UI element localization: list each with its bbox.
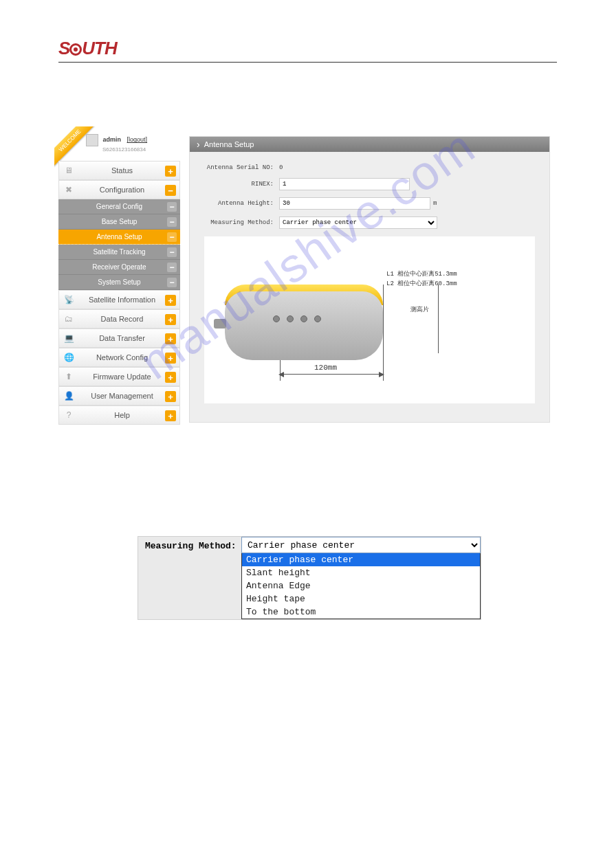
measuring-method-detail: Measuring Method: Carrier phase center C… <box>138 536 481 620</box>
dim-line <box>438 285 439 353</box>
sidebar-item-label: Data Transfer <box>78 334 179 342</box>
expand-icon[interactable]: + <box>165 166 176 177</box>
option-antenna-edge[interactable]: Antenna Edge <box>242 579 480 592</box>
minus-icon: − <box>167 232 177 242</box>
expand-icon[interactable]: + <box>165 372 176 383</box>
expand-icon[interactable]: + <box>165 391 176 402</box>
device-body <box>225 291 383 360</box>
diagram-dim-text: 120mm <box>314 364 337 372</box>
unit-antenna-height: m <box>433 200 437 207</box>
app-screenshot: WELCOME admin [logout] S6263123166834 🖥 … <box>58 131 553 426</box>
record-icon: 🗂 <box>59 314 78 324</box>
sidebar-item-label: Network Config <box>78 353 179 361</box>
sidebar-item-label: Configuration <box>78 186 179 194</box>
sidebar-item-user-management[interactable]: 👤 User Management + <box>58 386 180 405</box>
subitem-label: Antenna Setup <box>96 233 142 241</box>
collapse-icon[interactable]: − <box>165 185 176 196</box>
brand-logo: SUTH <box>58 38 117 59</box>
logout-link[interactable]: [logout] <box>127 136 148 143</box>
expand-icon[interactable]: + <box>165 353 176 364</box>
led-icon <box>273 315 280 322</box>
sidebar-item-label: Data Record <box>78 315 179 323</box>
dim-tick <box>280 360 281 381</box>
dim-tick <box>383 360 384 381</box>
monitor-icon: 🖥 <box>59 166 78 175</box>
subitem-label: Receiver Operate <box>92 263 146 271</box>
diagram-l2-text: L2 相位中心距离60.3mm <box>386 279 457 288</box>
option-carrier-phase-center[interactable]: Carrier phase center <box>242 553 480 566</box>
subitem-base-setup[interactable]: Base Setup − <box>58 214 180 230</box>
sidebar-item-data-record[interactable]: 🗂 Data Record + <box>58 309 180 329</box>
avatar-icon <box>86 134 98 146</box>
dim-line <box>383 285 384 367</box>
led-icon <box>300 315 307 322</box>
help-icon: ? <box>59 410 78 420</box>
expand-icon[interactable]: + <box>165 314 176 325</box>
detail-select[interactable]: Carrier phase center <box>241 537 481 553</box>
option-height-tape[interactable]: Height tape <box>242 592 480 605</box>
subitem-antenna-setup[interactable]: Antenna Setup − <box>58 230 180 245</box>
label-antenna-serial: Antenna Serial NO: <box>197 164 279 171</box>
sidebar-item-label: Status <box>78 166 179 175</box>
sidebar-item-help[interactable]: ? Help + <box>58 405 180 425</box>
sidebar-item-label: User Management <box>78 392 179 400</box>
header-rule <box>58 62 557 63</box>
content-title: Antenna Setup <box>204 140 254 148</box>
option-to-the-bottom[interactable]: To the bottom <box>242 605 480 619</box>
globe-icon: 🌐 <box>59 353 78 362</box>
minus-icon: − <box>167 202 177 212</box>
upload-icon: ⬆ <box>59 372 78 381</box>
expand-icon[interactable]: + <box>165 410 176 421</box>
device-led-row <box>273 315 321 322</box>
detail-label: Measuring Method: <box>138 537 241 555</box>
subitem-general-config[interactable]: General Config − <box>58 199 180 214</box>
diagram-l1-text: L1 相位中心距离51.3mm <box>386 269 457 278</box>
diagram-tab-text: 测高片 <box>410 305 429 314</box>
minus-icon: − <box>167 263 177 272</box>
device-serial: S6263123166834 <box>102 146 147 153</box>
content-header: Antenna Setup <box>190 137 549 152</box>
detail-options-list: Carrier phase center Slant height Antenn… <box>241 553 481 619</box>
user-info: admin [logout] S6263123166834 <box>86 134 147 153</box>
led-icon <box>314 315 321 322</box>
user-icon: 👤 <box>59 391 78 401</box>
antenna-diagram: L1 相位中心距离51.3mm L2 相位中心距离60.3mm 测高片 120m… <box>204 236 536 404</box>
input-antenna-height[interactable] <box>279 197 430 210</box>
sidebar-item-firmware-update[interactable]: ⬆ Firmware Update + <box>58 367 180 386</box>
subitem-label: System Setup <box>98 278 140 286</box>
row-rinex: RINEX: <box>197 178 542 190</box>
sidebar-item-configuration[interactable]: ✖ Configuration − <box>58 180 180 199</box>
subitem-satellite-tracking[interactable]: Satellite Tracking − <box>58 245 180 260</box>
label-antenna-height: Antenna Height: <box>197 200 279 207</box>
led-icon <box>287 315 294 322</box>
input-rinex[interactable] <box>279 178 410 190</box>
row-antenna-height: Antenna Height: m <box>197 197 542 210</box>
tools-icon: ✖ <box>59 185 78 194</box>
minus-icon: − <box>167 278 177 287</box>
device-connector <box>214 319 226 329</box>
sidebar-item-status[interactable]: 🖥 Status + <box>58 161 180 180</box>
label-rinex: RINEX: <box>197 181 279 188</box>
sidebar-item-network-config[interactable]: 🌐 Network Config + <box>58 348 180 367</box>
row-measuring-method: Measuring Method: Carrier phase center <box>197 216 542 229</box>
sidebar-item-label: Help <box>78 411 179 419</box>
expand-icon[interactable]: + <box>165 333 176 344</box>
expand-icon[interactable]: + <box>165 295 176 306</box>
subitem-label: General Config <box>96 203 142 210</box>
sidebar-item-satellite-information[interactable]: 📡 Satellite Information + <box>58 290 180 309</box>
subitem-receiver-operate[interactable]: Receiver Operate − <box>58 260 180 275</box>
select-measuring-method[interactable]: Carrier phase center <box>279 216 437 229</box>
option-slant-height[interactable]: Slant height <box>242 566 480 579</box>
minus-icon: − <box>167 247 177 257</box>
sidebar-item-label: Satellite Information <box>78 296 179 304</box>
satellite-icon: 📡 <box>59 295 78 304</box>
minus-icon: − <box>167 217 177 227</box>
row-antenna-serial: Antenna Serial NO: 0 <box>197 164 542 171</box>
sidebar-item-data-transfer[interactable]: 💻 Data Transfer + <box>58 329 180 348</box>
dim-width-line <box>280 374 383 375</box>
sidebar: 🖥 Status + ✖ Configuration − General Con… <box>58 161 180 425</box>
user-name: admin <box>103 136 122 143</box>
value-antenna-serial: 0 <box>279 164 283 171</box>
subitem-label: Satellite Tracking <box>93 248 145 256</box>
subitem-system-setup[interactable]: System Setup − <box>58 275 180 290</box>
